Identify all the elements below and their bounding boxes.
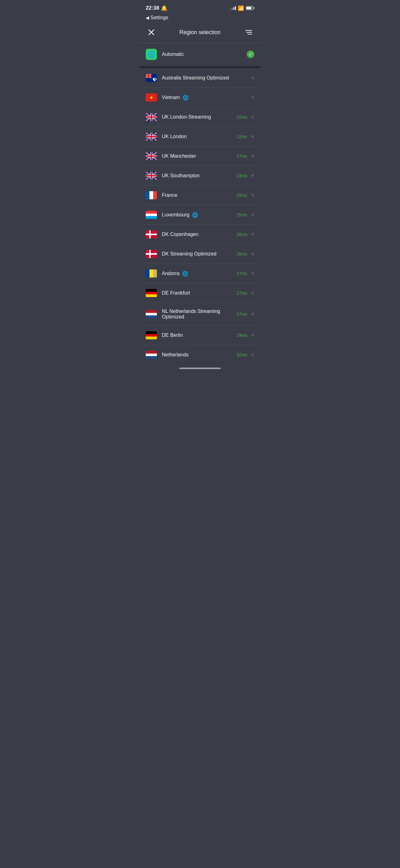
globe-badge-icon: 🌐 (182, 95, 189, 101)
region-name-text: UK Southampton (162, 173, 200, 179)
region-item[interactable]: DK Copenhagen26ms♥ (139, 225, 261, 244)
auto-flag-icon: 🌐 (146, 49, 157, 60)
favorite-heart-icon[interactable]: ♥ (251, 153, 254, 160)
signal-bar-2 (232, 8, 233, 10)
ping-value: 25ms (237, 193, 247, 198)
favorite-heart-icon[interactable]: ♥ (251, 290, 254, 297)
page-header: Region selection (139, 23, 261, 43)
svg-point-19 (153, 78, 154, 79)
close-button[interactable] (146, 27, 157, 38)
favorite-heart-icon[interactable]: ♥ (251, 270, 254, 277)
favorite-heart-icon[interactable]: ♥ (251, 75, 254, 81)
back-arrow-icon: ◀ (146, 15, 149, 20)
netherlands-flag (146, 351, 157, 359)
svg-point-16 (155, 78, 156, 79)
ping-value: 29ms (237, 333, 247, 338)
favorite-heart-icon[interactable]: ♥ (251, 133, 254, 140)
close-icon (148, 29, 155, 35)
favorite-heart-icon[interactable]: ♥ (251, 352, 254, 358)
filter-button[interactable] (243, 27, 254, 38)
region-item[interactable]: UK London12ms♥ (139, 127, 261, 147)
home-indicator (139, 365, 261, 371)
battery-icon (246, 6, 254, 10)
status-icons: 📶 (230, 5, 254, 11)
favorite-heart-icon[interactable]: ♥ (251, 94, 254, 101)
wifi-icon: 📶 (238, 5, 244, 11)
region-item[interactable]: UK Manchester17ms♥ (139, 147, 261, 166)
region-name-label: Netherlands (162, 352, 237, 358)
favorite-heart-icon[interactable]: ♥ (251, 332, 254, 339)
region-name-label: Australia Streaming Optimized (162, 75, 251, 81)
region-name-text: France (162, 192, 177, 198)
andorra-flag: ⚜ (146, 270, 157, 278)
region-item[interactable]: ★Vietnam🌐♥ (139, 88, 261, 107)
favorite-heart-icon[interactable]: ♥ (251, 192, 254, 199)
globe-badge-icon: 🌐 (192, 212, 198, 218)
ping-value: 32ms (237, 352, 247, 357)
region-name-label: Vietnam🌐 (162, 95, 251, 101)
status-bar: 22:38 🔔 📶 (139, 0, 261, 14)
ping-value: 24ms (237, 173, 247, 178)
region-item[interactable]: DE Frankfurt27ms♥ (139, 283, 261, 303)
denmark-flag (146, 230, 157, 239)
region-name-text: Andorra (162, 271, 179, 276)
favorite-heart-icon[interactable]: ♥ (251, 173, 254, 179)
ping-value: 27ms (237, 312, 247, 317)
signal-bars (230, 6, 236, 10)
ping-value: 26ms (237, 251, 247, 256)
region-name-text: NL Netherlands Streaming Optimized (162, 309, 237, 320)
netherlands-flag (146, 310, 157, 318)
ping-value: 17ms (237, 154, 247, 159)
time-display: 22:38 (146, 5, 159, 11)
region-name-text: Vietnam (162, 95, 180, 100)
luxembourg-flag (146, 211, 157, 219)
region-name-text: DK Copenhagen (162, 231, 198, 237)
region-name-label: DE Berlin (162, 333, 237, 338)
filter-icon (245, 30, 252, 35)
automatic-label: Automatic (162, 52, 247, 57)
region-name-label: DK Streaming Optimized (162, 251, 237, 257)
germany-flag (146, 331, 157, 339)
automatic-name-text: Automatic (162, 52, 184, 57)
back-label: Settings (151, 15, 168, 21)
france-flag (146, 191, 157, 199)
region-name-label: UK London-Streaming (162, 114, 237, 120)
favorite-heart-icon[interactable]: ♥ (251, 311, 254, 318)
region-item[interactable]: NL Netherlands Streaming Optimized27ms♥ (139, 303, 261, 326)
region-name-text: Netherlands (162, 352, 189, 358)
section-divider (139, 66, 261, 68)
region-item[interactable]: ⚜Andorra🌐27ms♥ (139, 264, 261, 283)
vietnam-flag: ★ (146, 93, 157, 101)
region-name-label: UK Southampton (162, 173, 237, 179)
region-item[interactable]: UK Southampton24ms♥ (139, 166, 261, 186)
region-name-label: Andorra🌐 (162, 271, 237, 277)
region-name-label: UK Manchester (162, 153, 237, 159)
region-name-label: France (162, 192, 237, 198)
region-item[interactable]: DE Berlin29ms♥ (139, 326, 261, 345)
favorite-heart-icon[interactable]: ♥ (251, 251, 254, 257)
signal-bar-3 (233, 7, 234, 10)
signal-bar-1 (230, 9, 231, 10)
favorite-heart-icon[interactable]: ♥ (251, 114, 254, 120)
region-item[interactable]: UK London-Streaming10ms♥ (139, 107, 261, 127)
region-list: Australia Streaming Optimized♥★Vietnam🌐♥… (139, 68, 261, 365)
region-name-text: Luxembourg (162, 212, 190, 218)
region-item[interactable]: Netherlands32ms♥ (139, 345, 261, 365)
region-name-text: UK Manchester (162, 153, 196, 159)
region-name-text: Australia Streaming Optimized (162, 75, 229, 81)
selected-check-icon: ✓ (247, 51, 254, 58)
region-item[interactable]: Luxembourg🌐25ms♥ (139, 205, 261, 225)
svg-point-17 (155, 79, 157, 80)
automatic-item[interactable]: 🌐 Automatic ✓ (139, 43, 261, 66)
region-item[interactable]: France25ms♥ (139, 186, 261, 205)
status-time: 22:38 🔔 (146, 5, 167, 11)
favorite-heart-icon[interactable]: ♥ (251, 231, 254, 238)
ping-value: 26ms (237, 232, 247, 237)
region-item[interactable]: DK Streaming Optimized26ms♥ (139, 244, 261, 264)
region-name-text: DE Frankfurt (162, 290, 190, 296)
back-nav[interactable]: ◀ Settings (139, 14, 261, 23)
denmark-flag (146, 250, 157, 258)
favorite-heart-icon[interactable]: ♥ (251, 212, 254, 218)
svg-point-18 (154, 80, 155, 81)
region-item[interactable]: Australia Streaming Optimized♥ (139, 68, 261, 88)
